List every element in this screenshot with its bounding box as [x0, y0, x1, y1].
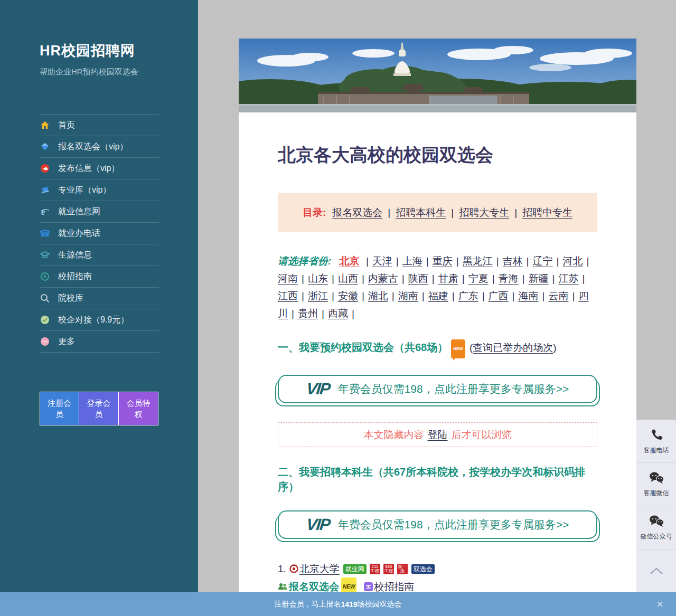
province-link[interactable]: 黑龙江 — [463, 255, 493, 267]
sidebar-item-office-phone[interactable]: ☎ 就业办电话 — [40, 223, 159, 244]
compass-icon — [40, 271, 50, 282]
back-to-top-item[interactable] — [636, 549, 676, 592]
province-link[interactable]: 辽宁 — [533, 255, 553, 267]
province-link[interactable]: 重庆 — [433, 255, 453, 267]
service-phone-label: 客服电话 — [644, 446, 669, 455]
member-privilege-button[interactable]: 会员特权 — [119, 392, 158, 425]
service-wechat-label: 客服微信 — [644, 489, 669, 498]
sidebar-item-student-info[interactable]: 生源信息 — [40, 244, 159, 266]
province-link[interactable]: 上海 — [402, 255, 422, 267]
province-link[interactable]: 海南 — [519, 290, 539, 301]
vip-banner-text: 年费会员仅需198，点此注册享更多专属服务>> — [338, 382, 569, 396]
service-wechat-item[interactable]: 客服微信 — [636, 463, 676, 506]
megaphone-icon — [40, 163, 50, 174]
handshake-icon — [40, 315, 50, 325]
register-member-button[interactable]: 注册会员 — [40, 392, 79, 425]
sidebar-item-label: 更多 — [58, 336, 75, 347]
toc-link-signup-fair[interactable]: 报名双选会 — [332, 206, 382, 220]
sidebar-item-school-enterprise[interactable]: 校企对接（9.9元） — [40, 309, 159, 331]
toc-link-bachelor[interactable]: 招聘本科生 — [396, 206, 446, 220]
province-link[interactable]: 宁夏 — [468, 273, 489, 284]
recruit-guide-link[interactable]: 校招指南 — [374, 578, 414, 592]
province-link[interactable]: 广西 — [489, 290, 509, 301]
wechat-official-item[interactable]: 微信公众号 — [636, 506, 676, 549]
province-link[interactable]: 新疆 — [529, 273, 549, 284]
sidebar-item-college-library[interactable]: 院校库 — [40, 288, 159, 309]
province-link[interactable]: 甘肃 — [438, 273, 458, 284]
past-sessions-link[interactable]: 查询已举办的场次 — [473, 342, 553, 353]
province-link-selected[interactable]: 北京 — [340, 255, 360, 267]
toc-box: 目录: 报名双选会 | 招聘本科生 | 招聘大专生 | 招聘中专生 — [278, 193, 597, 232]
province-link[interactable]: 福建 — [428, 290, 448, 301]
university-name-link[interactable]: 北京大学 — [299, 560, 340, 577]
hidden-content-notice: 本文隐藏内容 登陆 后才可以浏览 — [278, 422, 597, 447]
sidebar-item-publish[interactable]: 发布信息（vip） — [40, 158, 159, 179]
province-link[interactable]: 山西 — [338, 273, 358, 284]
sidebar-item-recruit-guide[interactable]: 校招指南 — [40, 266, 159, 288]
signup-fair-link[interactable]: 报名双选会 — [289, 578, 339, 592]
province-link[interactable]: 天津 — [372, 255, 392, 267]
province-link[interactable]: 江苏 — [558, 273, 578, 284]
wechat-icon — [649, 471, 664, 485]
badge-employment-web[interactable]: 就业网 — [343, 564, 367, 574]
wechat-official-label: 微信公众号 — [641, 532, 672, 541]
sidebar-item-label: 就业信息网 — [58, 206, 100, 217]
home-icon — [40, 120, 50, 130]
close-icon[interactable]: × — [656, 599, 663, 610]
login-link[interactable]: 登陆 — [428, 428, 448, 442]
badge-985: 985工程 — [383, 564, 394, 574]
province-link[interactable]: 山东 — [308, 273, 328, 284]
sidebar-item-signup-fair[interactable]: 报名双选会（vip） — [40, 136, 159, 158]
sidebar-item-label: 校企对接（9.9元） — [58, 315, 129, 326]
university-row-title: 1. 北京大学 就业网 211工程 985工程 双一流 双选会 — [278, 560, 597, 577]
province-link[interactable]: 陕西 — [408, 273, 428, 284]
province-link[interactable]: 广东 — [458, 290, 478, 301]
province-link[interactable]: 西藏 — [328, 308, 348, 319]
sidebar-item-home[interactable]: 首页 — [40, 115, 159, 136]
guide-icon — [364, 582, 373, 591]
sidebar-item-label: 首页 — [58, 120, 75, 131]
sidebar-item-label: 校招指南 — [58, 271, 92, 282]
province-link[interactable]: 河北 — [562, 255, 583, 267]
section1-heading: 一、我要预约校园双选会（共68场）NEW(查询已举办的场次) — [278, 339, 597, 358]
province-link[interactable]: 浙江 — [308, 290, 328, 301]
new-tag: NEW — [341, 577, 356, 592]
university-row-actions1: 报名双选会 NEW 校招指南 — [278, 577, 597, 592]
site-logo: HR校园招聘网 — [40, 41, 198, 60]
site-tagline: 帮助企业HR预约校园双选会 — [40, 67, 198, 77]
sidebar-item-majors[interactable]: 专业库（vip） — [40, 179, 159, 201]
sidebar-menu: 首页 报名双选会（vip） 发布信息（vip） 专业库（vip） — [40, 114, 159, 353]
province-link[interactable]: 贵州 — [298, 308, 318, 319]
province-link[interactable]: 湖北 — [368, 290, 388, 301]
university-list: 1. 北京大学 就业网 211工程 985工程 双一流 双选会 报名双选会 — [278, 560, 597, 592]
people-icon — [278, 582, 288, 591]
badge-211: 211工程 — [370, 564, 380, 574]
search-icon — [40, 293, 50, 304]
phone-icon: ☎ — [40, 228, 50, 239]
province-link[interactable]: 江西 — [278, 290, 298, 301]
sidebar-item-label: 发布信息（vip） — [58, 163, 119, 174]
province-link[interactable]: 河南 — [278, 273, 298, 284]
sidebar-item-label: 生源信息 — [58, 250, 92, 261]
hero-image — [239, 39, 636, 112]
toc-link-vocational[interactable]: 招聘中专生 — [522, 206, 572, 220]
vip-banner[interactable]: VIP 年费会员仅需198，点此注册享更多专属服务>> — [278, 510, 597, 539]
province-link[interactable]: 吉林 — [503, 255, 523, 267]
sidebar-item-more[interactable]: 更多 — [40, 331, 159, 353]
wechat-official-icon — [649, 515, 664, 528]
section2-heading: 二、我要招聘本科生（共67所本科院校，按学校办学次和标识码排序） — [278, 465, 597, 494]
province-link[interactable]: 内蒙古 — [368, 273, 398, 284]
sidebar-item-employment-web[interactable]: e 就业信息网 — [40, 201, 159, 223]
service-phone-item[interactable]: 客服电话 — [636, 420, 676, 463]
province-link[interactable]: 湖南 — [398, 290, 418, 301]
province-link[interactable]: 青海 — [499, 273, 519, 284]
province-link[interactable]: 安徽 — [338, 290, 358, 301]
toc-link-college[interactable]: 招聘大专生 — [459, 206, 509, 220]
login-member-button[interactable]: 登录会员 — [79, 392, 119, 425]
badge-job-fair[interactable]: 双选会 — [411, 564, 435, 574]
vip-banner[interactable]: VIP 年费会员仅需198，点此注册享更多专属服务>> — [278, 375, 597, 403]
badge-double-first-class: 双一流 — [397, 564, 408, 574]
province-link[interactable]: 云南 — [548, 290, 568, 301]
floating-service-bar: 客服电话 客服微信 微信公众号 — [636, 420, 676, 592]
bottom-promo-bar[interactable]: 注册会员，马上报名1419场校园双选会 × — [0, 592, 676, 616]
